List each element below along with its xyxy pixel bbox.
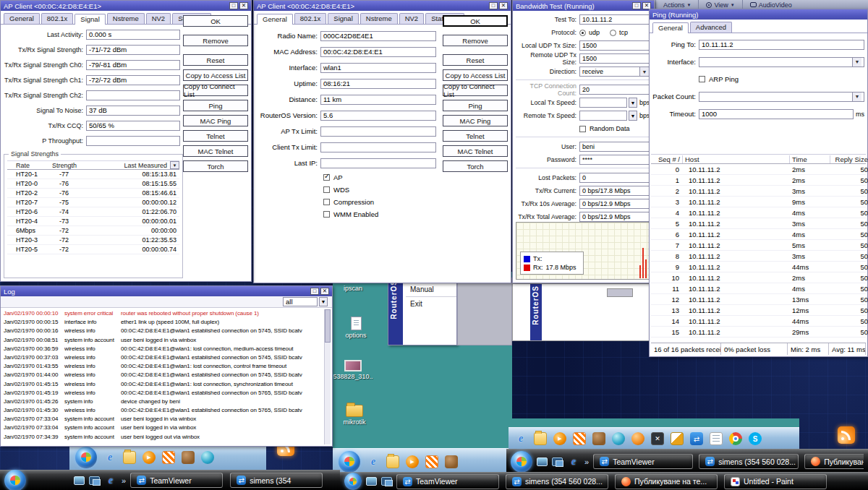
direction-dropdown[interactable]: receive▼: [579, 66, 652, 77]
desktop-icon-mikrotik-folder[interactable]: mikrotik: [333, 405, 376, 426]
chevron-down-icon[interactable]: ▼: [629, 111, 637, 121]
column-header-strength[interactable]: Strength: [52, 162, 122, 169]
table-row[interactable]: 0 10.11.11.2 2ms 50 64: [651, 164, 866, 175]
checkbox[interactable]: [323, 211, 330, 218]
close-button[interactable]: ✕: [499, 2, 508, 9]
log-row[interactable]: Jan/02/1970 01:45:26 system info device …: [2, 397, 323, 406]
winamp-icon[interactable]: [162, 451, 175, 464]
field-input[interactable]: 11 km: [320, 95, 436, 105]
log-row[interactable]: Jan/02/1970 01:45:19 wireless info 00:0C…: [2, 389, 323, 397]
taskbar-button[interactable]: TeamViewer: [396, 474, 499, 489]
column-header-reply-size[interactable]: Reply Size: [830, 155, 868, 163]
internet-explorer-icon[interactable]: [104, 474, 117, 487]
desktop-icon-image-file[interactable]: 538828_310..: [331, 360, 375, 380]
skype-icon[interactable]: [749, 432, 762, 445]
table-row[interactable]: 1 10.11.11.2 2ms 50 64: [651, 175, 866, 186]
taskbar-button[interactable]: Публикуване на те...: [804, 454, 864, 469]
table-row[interactable]: HT20-4 -73 00:00:00.01: [7, 217, 179, 226]
titlebar[interactable]: AP Client <00:0C:42:D8:E4:E1> □ ✕: [254, 1, 511, 11]
ping-to-input[interactable]: 10.11.11.2: [699, 40, 864, 50]
log-row[interactable]: Jan/02/1970 00:08:51 system info account…: [2, 336, 323, 345]
notepad-icon[interactable]: [710, 432, 723, 445]
app-icon[interactable]: [182, 451, 195, 464]
log-row[interactable]: Jan/02/1970 07:33:04 system info account…: [2, 415, 323, 424]
tcp-connection-count-input[interactable]: 20: [579, 85, 652, 95]
timeout-input[interactable]: 1000: [699, 109, 854, 119]
taskbar-button[interactable]: TeamViewer: [593, 454, 693, 469]
checkbox-row[interactable]: WMM Enabled: [323, 210, 508, 218]
winamp-icon[interactable]: [425, 455, 438, 468]
field-input[interactable]: [320, 158, 436, 168]
table-row[interactable]: 12 10.11.11.2 13ms 50 64: [651, 294, 866, 305]
tab[interactable]: NV2: [146, 13, 171, 24]
log-row[interactable]: Jan/02/1970 00:36:59 wireless info 00:0C…: [2, 345, 323, 353]
log-row[interactable]: Jan/02/1970 01:44:00 wireless info 00:0C…: [2, 371, 323, 379]
tab[interactable]: General: [4, 13, 40, 24]
table-row[interactable]: 3 10.11.11.2 9ms 50 64: [651, 197, 866, 207]
start-orb[interactable]: [75, 447, 97, 468]
close-button[interactable]: ✕: [320, 288, 329, 295]
explorer-folder-icon[interactable]: [534, 432, 547, 445]
side-button[interactable]: Copy to Connect List: [443, 85, 508, 96]
log-row[interactable]: Jan/02/1970 01:45:30 wireless info 00:0C…: [2, 406, 323, 415]
side-button[interactable]: Ping: [443, 100, 508, 111]
show-desktop-icon[interactable]: [366, 477, 377, 486]
side-button[interactable]: Telnet: [183, 130, 248, 142]
log-row[interactable]: Jan/02/1970 00:00:10 system error critic…: [2, 309, 323, 318]
explorer-folder-icon[interactable]: [386, 455, 399, 468]
side-button[interactable]: MAC Ping: [183, 115, 248, 126]
teamviewer-icon[interactable]: [690, 432, 703, 445]
field-input[interactable]: [86, 136, 180, 146]
password-input[interactable]: ****: [579, 155, 652, 165]
tab[interactable]: Nstreme: [360, 13, 398, 24]
internet-explorer-icon[interactable]: [103, 451, 116, 464]
tcp-radio[interactable]: [610, 30, 616, 36]
table-row[interactable]: 4 10.11.11.2 4ms 50 64: [651, 207, 866, 218]
field-input[interactable]: -72/-72 dBm: [86, 75, 180, 85]
column-header-last-measured[interactable]: Last Measured: [122, 162, 170, 169]
internet-explor er-icon[interactable]: [367, 455, 380, 468]
table-row[interactable]: 13 10.11.11.2 12ms 50 64: [651, 305, 866, 316]
desktop-icon-options[interactable]: options: [334, 317, 378, 339]
table-row[interactable]: HT20-6 -74 01:22:06.70: [7, 207, 179, 217]
checkbox-row[interactable]: WDS: [323, 186, 508, 194]
menu-item-exit[interactable]: Exit: [406, 297, 456, 311]
chevron-down-icon[interactable]: ▼: [852, 93, 861, 101]
table-row[interactable]: 6Mbps -72 00:00:00: [7, 226, 179, 236]
table-row[interactable]: 11 10.11.11.2 4ms 50 64: [651, 283, 866, 294]
taskbar-button[interactable]: Публикуване на те...: [615, 474, 718, 489]
table-row[interactable]: 15 10.11.11.2 29ms 50 64: [651, 327, 866, 338]
field-input[interactable]: 50/65 %: [86, 121, 180, 131]
field-input[interactable]: 37 dB: [86, 106, 180, 116]
checkbox-row[interactable]: Compression: [323, 198, 508, 206]
chevron-down-icon[interactable]: ▼: [639, 67, 649, 76]
user-input[interactable]: beni: [579, 142, 652, 152]
packet-count-dropdown[interactable]: ▼: [699, 92, 864, 102]
log-row[interactable]: Jan/02/1970 01:43:55 wireless info 00:0C…: [2, 362, 323, 371]
local-tx-speed-input[interactable]: [579, 98, 627, 108]
chevron-expand-icon[interactable]: »: [122, 476, 126, 485]
side-button[interactable]: Copy to Access List: [443, 69, 508, 81]
field-input[interactable]: 0.000 s: [86, 30, 180, 40]
taskbar-button[interactable]: TeamViewer: [130, 473, 223, 488]
table-row[interactable]: 2 10.11.11.2 3ms 50 64: [651, 186, 866, 197]
chrome-icon[interactable]: [729, 432, 742, 445]
field-input[interactable]: 08:16:21: [320, 79, 436, 89]
side-button[interactable]: Torch: [443, 160, 508, 172]
log-row[interactable]: Jan/02/1970 01:45:15 wireless info 00:0C…: [2, 380, 323, 389]
table-row[interactable]: HT20-1 -77 08:15:13.81: [7, 170, 179, 179]
titlebar[interactable]: Ping (Running): [650, 9, 867, 20]
start-orb[interactable]: [344, 473, 362, 490]
chevron-down-icon[interactable]: ▼: [319, 297, 328, 306]
table-row[interactable]: HT20-7 -75 00:00:00.12: [7, 198, 179, 207]
titlebar[interactable]: Log □ ✕: [1, 286, 332, 296]
chevron-down-icon[interactable]: ▼: [629, 98, 637, 108]
media-player-icon[interactable]: [553, 432, 566, 445]
taskbar-button[interactable]: Untitled - Paint: [724, 474, 827, 489]
tab[interactable]: Advanced: [690, 22, 732, 33]
side-button[interactable]: Copy to Connect List: [183, 85, 248, 96]
log-row[interactable]: Jan/02/1970 07:33:04 system info account…: [2, 424, 323, 432]
restore-button[interactable]: □: [632, 2, 641, 9]
tab[interactable]: General: [652, 22, 689, 33]
remote-udp-size-input[interactable]: 1500: [579, 53, 652, 64]
